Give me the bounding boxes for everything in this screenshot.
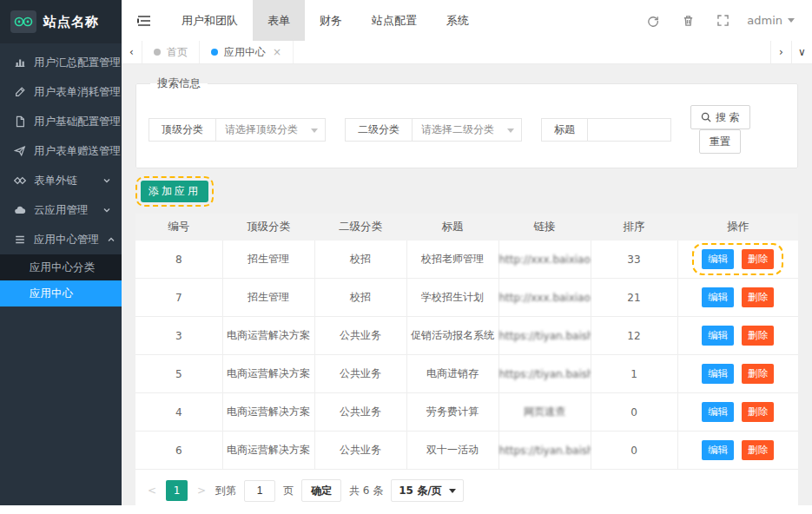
delete-button[interactable]: 删除 <box>742 440 774 460</box>
delete-button[interactable]: 删除 <box>742 249 774 269</box>
username: admin <box>747 14 782 27</box>
actions-cell: 编辑删除 <box>677 432 798 470</box>
table-cell: http://xxx.baixiaoyu... <box>498 241 591 279</box>
total-count-label: 共 6 条 <box>349 484 383 498</box>
table-cell: 0 <box>591 432 677 470</box>
bar-chart-icon <box>14 56 26 69</box>
page-size-select[interactable]: 15 条/页 <box>391 479 463 502</box>
edit-button[interactable]: 编辑 <box>702 364 734 384</box>
actions-cell: 编辑删除 <box>677 355 798 393</box>
edit-button[interactable]: 编辑 <box>702 249 734 269</box>
table-cell: 1 <box>591 355 677 393</box>
reset-button[interactable]: 重置 <box>699 129 741 154</box>
top-header: 用户和团队表单财务站点配置系统 admin <box>122 0 812 41</box>
sidebar-subitem-应用中心分类[interactable]: 应用中心分类 <box>0 254 122 280</box>
sidebar-subitem-应用中心[interactable]: 应用中心 <box>0 280 122 306</box>
add-app-highlight: 添加应用 <box>135 176 214 207</box>
delete-button[interactable]: 删除 <box>742 326 774 346</box>
tabs: 首页应用中心× <box>142 41 294 63</box>
edit-button[interactable]: 编辑 <box>702 326 734 346</box>
tabs-menu-icon[interactable]: ∨ <box>791 41 812 63</box>
sidebar-item-label: 用户基础配置管理 <box>34 115 121 129</box>
send-icon <box>14 145 26 157</box>
sidebar-item-label: 表单外链 <box>34 174 95 188</box>
sidebar-item-云应用管理[interactable]: 云应用管理 <box>0 195 122 225</box>
column-header-二级分类: 二级分类 <box>314 214 406 241</box>
hamburger-icon[interactable] <box>122 0 167 41</box>
tab-bar: ‹ 首页应用中心× › ∨ <box>122 41 812 64</box>
add-app-button[interactable]: 添加应用 <box>141 181 208 202</box>
tabs-scroll-right-icon[interactable]: › <box>770 41 791 63</box>
delete-button[interactable]: 删除 <box>742 402 774 422</box>
search-button[interactable]: 搜 索 <box>690 105 750 129</box>
second-category-select[interactable]: 请选择二级分类 <box>412 118 522 142</box>
applications-table: 编号顶级分类二级分类标题链接排序操作 8招生管理校招校招老师管理http://x… <box>135 214 798 470</box>
page-size-value: 15 条/页 <box>399 484 441 498</box>
sidebar-item-用户基础配置管理[interactable]: 用户基础配置管理 <box>0 107 122 136</box>
prev-page-icon[interactable]: < <box>146 484 158 497</box>
delete-button[interactable]: 删除 <box>742 364 774 384</box>
sidebar-item-label: 云应用管理 <box>34 203 95 218</box>
tab-应用中心[interactable]: 应用中心× <box>200 41 294 63</box>
edit-button[interactable]: 编辑 <box>702 440 734 460</box>
trash-icon[interactable] <box>670 0 705 41</box>
next-page-icon[interactable]: > <box>195 484 208 497</box>
sidebar-item-用户汇总配置管理[interactable]: 用户汇总配置管理 <box>0 48 122 77</box>
nav-item-站点配置[interactable]: 站点配置 <box>357 0 432 41</box>
top-category-select[interactable]: 请选择顶级分类 <box>215 118 326 142</box>
actions-cell: 编辑删除 <box>677 317 798 355</box>
table-cell: 0 <box>591 393 677 432</box>
chevron-down-icon <box>507 128 514 133</box>
delete-button[interactable]: 删除 <box>742 287 774 307</box>
goto-page-input[interactable] <box>244 480 275 502</box>
tabs-scroll-left-icon[interactable]: ‹ <box>122 41 142 63</box>
edit-button[interactable]: 编辑 <box>702 287 734 307</box>
table-cell: 学校招生计划 <box>406 279 498 317</box>
nav-item-用户和团队[interactable]: 用户和团队 <box>167 0 253 41</box>
table-cell: 校招 <box>314 279 406 317</box>
table-cell: 双十一活动 <box>406 432 498 470</box>
sidebar-item-label: 用户汇总配置管理 <box>34 56 121 70</box>
table-cell: https://tiyan.baishu... <box>498 355 591 393</box>
goto-confirm-button[interactable]: 确定 <box>301 479 341 502</box>
nav-item-表单[interactable]: 表单 <box>253 0 305 41</box>
edit-button[interactable]: 编辑 <box>702 402 734 422</box>
search-button-label: 搜 索 <box>716 110 740 125</box>
refresh-icon[interactable] <box>636 0 670 41</box>
sidebar-submenu: 应用中心分类应用中心 <box>0 254 122 306</box>
title-input[interactable] <box>587 118 671 142</box>
fullscreen-icon[interactable] <box>705 0 740 41</box>
page-content: 搜索信息 顶级分类 请选择顶级分类 二级分类 请选择二级分类 <box>122 64 812 505</box>
nav-item-系统[interactable]: 系统 <box>432 0 484 41</box>
nav-item-财务[interactable]: 财务 <box>305 0 357 41</box>
list-icon <box>14 234 26 246</box>
goto-prefix-label: 到第 <box>215 484 236 498</box>
tab-首页[interactable]: 首页 <box>142 41 200 63</box>
column-header-顶级分类: 顶级分类 <box>222 214 314 241</box>
pagination: < 1 > 到第 页 确定 共 6 条 15 条/页 <box>135 470 798 505</box>
title-group: 标题 <box>541 118 671 142</box>
site-title: 站点名称 <box>43 14 99 30</box>
table-cell: 12 <box>591 317 677 355</box>
tab-close-icon[interactable]: × <box>273 46 281 58</box>
chevron-down-icon <box>311 128 318 133</box>
table-cell: https://tiyan.baishu... <box>498 432 591 470</box>
header-spacer <box>484 0 636 41</box>
table-row: 8招生管理校招校招老师管理http://xxx.baixiaoyu...33编辑… <box>135 241 798 279</box>
table-cell: 7 <box>135 279 222 317</box>
sidebar-item-用户表单消耗管理[interactable]: 用户表单消耗管理 <box>0 77 122 107</box>
sidebar-item-用户表单赠送管理[interactable]: 用户表单赠送管理 <box>0 136 122 166</box>
table-row: 5电商运营解决方案公共业务电商进销存https://tiyan.baishu..… <box>135 355 798 393</box>
table-cell: 促销活动报名系统 <box>406 317 498 355</box>
user-menu[interactable]: admin <box>740 0 812 41</box>
sidebar-item-应用中心管理[interactable]: 应用中心管理 <box>0 225 122 254</box>
table-cell: 公共业务 <box>314 432 406 470</box>
sidebar-item-label: 应用中心管理 <box>34 233 99 247</box>
chevron-down-icon <box>102 206 111 214</box>
sidebar-item-表单外链[interactable]: 表单外链 <box>0 166 122 195</box>
actions-cell: 编辑删除 <box>677 241 798 279</box>
table-cell: 电商运营解决方案 <box>222 432 314 470</box>
table-cell: 电商运营解决方案 <box>222 317 314 355</box>
column-header-链接: 链接 <box>498 214 591 241</box>
page-number-active[interactable]: 1 <box>166 480 188 501</box>
